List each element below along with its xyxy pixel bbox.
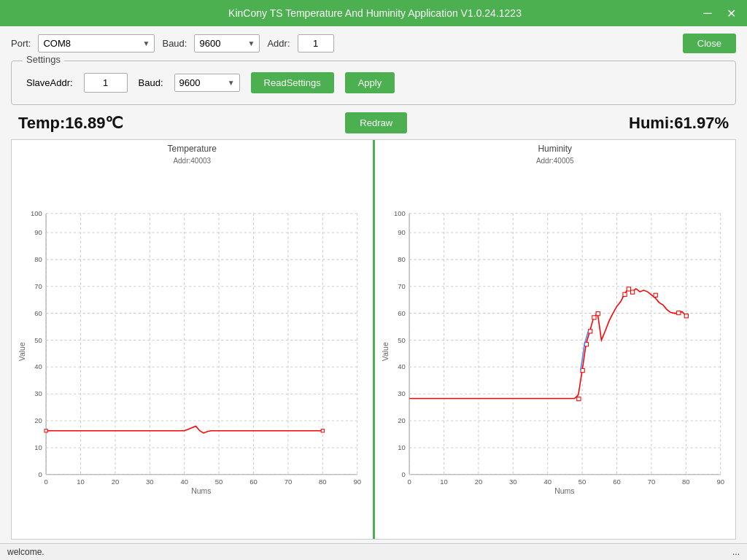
- svg-rect-47: [321, 429, 324, 432]
- top-bar: Port: COM8 ▼ Baud: 9600 ▼ Addr: Close: [11, 34, 736, 53]
- svg-text:0: 0: [39, 470, 42, 478]
- humi-chart-subtitle: Addr:40005: [379, 157, 732, 165]
- settings-box: Settings SlaveAddr: Baud: 9600 ▼ ReadSet…: [11, 61, 736, 105]
- addr-input[interactable]: [298, 34, 334, 52]
- svg-text:80: 80: [682, 478, 690, 486]
- main-content: Port: COM8 ▼ Baud: 9600 ▼ Addr: Close Se…: [0, 26, 747, 543]
- svg-text:80: 80: [34, 255, 42, 263]
- port-label: Port:: [11, 38, 31, 49]
- svg-text:30: 30: [34, 389, 42, 397]
- charts-area: Temperature Addr:40003 Value 0 10: [11, 139, 736, 540]
- temp-chart: Temperature Addr:40003 Value 0 10: [12, 140, 373, 539]
- svg-rect-94: [576, 397, 580, 400]
- svg-text:10: 10: [77, 478, 85, 486]
- svg-text:Value: Value: [380, 342, 389, 361]
- svg-text:50: 50: [34, 335, 42, 343]
- readings-row: Temp:16.89℃ Redraw Humi:61.97%: [11, 112, 736, 133]
- baud-select[interactable]: 9600 ▼: [194, 34, 260, 52]
- svg-text:0: 0: [44, 478, 47, 486]
- status-message: welcome.: [7, 547, 44, 557]
- temp-chart-subtitle: Addr:40003: [15, 157, 369, 165]
- port-value: COM8: [43, 38, 71, 49]
- slave-addr-label: SlaveAddr:: [26, 77, 73, 88]
- baud-label: Baud:: [162, 38, 187, 49]
- port-dropdown-arrow: ▼: [143, 39, 150, 47]
- svg-rect-105: [684, 314, 688, 317]
- svg-text:30: 30: [509, 478, 517, 486]
- app-title: KinCony TS Temperature And Huminity Appl…: [51, 7, 699, 19]
- addr-label: Addr:: [267, 38, 290, 49]
- settings-legend: Settings: [23, 54, 64, 65]
- titlebar: KinCony TS Temperature And Huminity Appl…: [0, 0, 747, 26]
- svg-text:70: 70: [647, 478, 655, 486]
- humi-chart: Huminity Addr:40005 Value 0 10 20: [375, 140, 736, 539]
- svg-text:40: 40: [398, 362, 406, 370]
- settings-baud-arrow: ▼: [228, 79, 235, 87]
- connection-close-button[interactable]: Close: [683, 34, 736, 53]
- svg-rect-98: [592, 315, 595, 319]
- temp-reading: Temp:16.89℃: [18, 114, 123, 133]
- settings-baud-value: 9600: [179, 77, 201, 88]
- read-settings-button[interactable]: ReadSettings: [251, 72, 334, 93]
- window-controls: ─ ✕: [699, 4, 740, 22]
- svg-text:0: 0: [407, 478, 411, 486]
- svg-text:90: 90: [34, 228, 42, 236]
- svg-text:20: 20: [474, 478, 482, 486]
- svg-text:40: 40: [180, 478, 188, 486]
- svg-text:50: 50: [215, 478, 223, 486]
- svg-rect-104: [676, 311, 680, 314]
- svg-text:50: 50: [578, 478, 586, 486]
- svg-text:70: 70: [285, 478, 293, 486]
- svg-text:10: 10: [398, 443, 406, 451]
- svg-rect-46: [44, 429, 47, 432]
- svg-text:90: 90: [398, 228, 406, 236]
- apply-button[interactable]: Apply: [345, 72, 395, 93]
- svg-text:30: 30: [146, 478, 154, 486]
- svg-rect-102: [630, 290, 634, 294]
- baud-value: 9600: [199, 38, 220, 49]
- svg-text:0: 0: [401, 470, 405, 478]
- temp-chart-svg-wrapper: Value 0 10 20 30 40: [15, 165, 369, 531]
- svg-rect-97: [588, 329, 592, 332]
- temp-chart-svg: Value 0 10 20 30 40: [15, 165, 369, 531]
- svg-rect-100: [622, 292, 626, 296]
- svg-text:Nums: Nums: [191, 486, 211, 495]
- port-select[interactable]: COM8 ▼: [38, 34, 155, 52]
- svg-text:30: 30: [398, 389, 406, 397]
- svg-text:40: 40: [34, 362, 42, 370]
- svg-text:Nums: Nums: [554, 486, 574, 495]
- svg-rect-99: [596, 311, 600, 315]
- svg-text:100: 100: [394, 209, 406, 217]
- humi-reading: Humi:61.97%: [629, 114, 729, 133]
- svg-rect-103: [654, 293, 657, 297]
- close-window-button[interactable]: ✕: [722, 4, 740, 22]
- svg-rect-101: [627, 287, 630, 290]
- svg-text:20: 20: [112, 478, 120, 486]
- temp-chart-title: Temperature: [15, 144, 369, 155]
- svg-text:80: 80: [319, 478, 327, 486]
- minimize-button[interactable]: ─: [699, 4, 716, 22]
- baud-dropdown-arrow: ▼: [248, 39, 255, 47]
- humi-chart-svg-wrapper: Value 0 10 20 30 40 50: [379, 165, 732, 531]
- settings-baud-label: Baud:: [139, 77, 163, 88]
- status-right: ...: [732, 547, 740, 557]
- svg-text:60: 60: [34, 308, 42, 316]
- humi-chart-title: Huminity: [379, 144, 732, 155]
- svg-text:60: 60: [249, 478, 258, 486]
- svg-text:60: 60: [398, 308, 406, 316]
- svg-text:10: 10: [34, 443, 42, 451]
- svg-text:20: 20: [34, 416, 42, 424]
- svg-text:40: 40: [543, 478, 551, 486]
- svg-text:50: 50: [398, 335, 406, 343]
- svg-text:Value: Value: [18, 342, 26, 361]
- statusbar: welcome. ...: [0, 543, 747, 560]
- svg-text:20: 20: [398, 416, 406, 424]
- settings-baud-select[interactable]: 9600 ▼: [174, 74, 240, 92]
- svg-text:80: 80: [398, 255, 406, 263]
- svg-text:90: 90: [353, 478, 361, 486]
- slave-addr-input[interactable]: [84, 73, 128, 93]
- svg-text:100: 100: [31, 209, 42, 217]
- svg-text:10: 10: [440, 478, 448, 486]
- redraw-button[interactable]: Redraw: [345, 112, 407, 133]
- svg-text:70: 70: [34, 281, 42, 289]
